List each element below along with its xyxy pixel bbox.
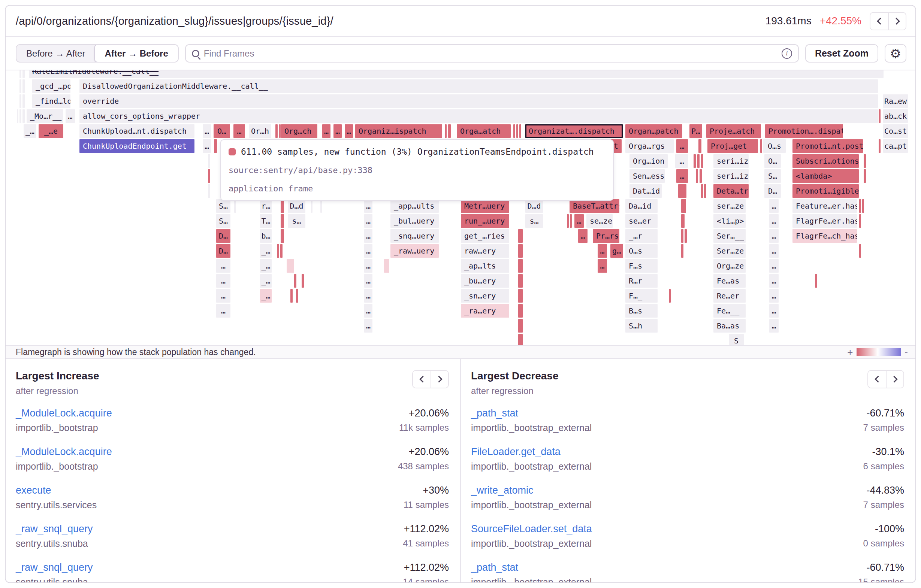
- flame-frame[interactable]: [698, 139, 701, 153]
- flame-frame[interactable]: [294, 274, 296, 288]
- flame-frame[interactable]: S: [729, 334, 744, 345]
- flame-frame[interactable]: F…s: [625, 259, 657, 273]
- flame-frame[interactable]: FlagrFe…er.has: [792, 214, 857, 228]
- flame-frame[interactable]: FlagrFe…ch_has: [792, 229, 857, 243]
- flame-frame[interactable]: …: [364, 229, 373, 243]
- flame-frame[interactable]: T…: [260, 214, 272, 228]
- flame-frame[interactable]: Promoti…nt.post: [792, 139, 863, 153]
- flame-frame[interactable]: [23, 80, 25, 93]
- flame-frame[interactable]: …: [364, 199, 373, 213]
- flame-frame[interactable]: RateLimitMiddleware.__call__: [29, 70, 884, 78]
- search-input[interactable]: [204, 48, 777, 59]
- flame-frame[interactable]: [518, 289, 523, 303]
- flame-frame[interactable]: seri…ize: [713, 154, 749, 168]
- flame-frame[interactable]: <lambda>: [792, 169, 859, 183]
- flame-frame[interactable]: ChunkUpload…nt.dispatch: [80, 124, 194, 138]
- flame-frame[interactable]: [879, 109, 880, 123]
- flame-frame[interactable]: …: [769, 319, 779, 333]
- flame-frame[interactable]: [20, 94, 21, 108]
- function-link[interactable]: _write_atomic: [471, 485, 592, 496]
- flame-frame[interactable]: Feature…er.has: [792, 199, 857, 213]
- flame-frame[interactable]: _…r: [625, 229, 657, 243]
- flame-frame[interactable]: [286, 259, 294, 273]
- flame-frame[interactable]: [859, 244, 861, 258]
- flame-frame[interactable]: …: [574, 214, 584, 228]
- flame-frame[interactable]: [815, 274, 817, 288]
- flame-frame[interactable]: [281, 214, 284, 228]
- flame-frame[interactable]: [519, 124, 521, 138]
- flame-frame[interactable]: get_…ries: [461, 229, 509, 243]
- flame-frame[interactable]: [859, 214, 861, 228]
- flame-frame[interactable]: _Mo…r__: [27, 109, 63, 123]
- flame-frame[interactable]: D…: [765, 184, 781, 198]
- flame-frame[interactable]: Organiz…ispatch: [355, 124, 442, 138]
- flame-frame[interactable]: [693, 154, 696, 168]
- flame-frame[interactable]: S…h: [625, 319, 657, 333]
- flame-frame[interactable]: …: [216, 259, 230, 273]
- flame-frame[interactable]: …: [203, 124, 211, 138]
- flame-frame[interactable]: <li…p>: [713, 214, 746, 228]
- flame-frame[interactable]: [23, 70, 25, 78]
- flame-frame[interactable]: Proje…atch: [706, 124, 761, 138]
- flame-frame[interactable]: _ra…ery: [461, 304, 509, 318]
- flame-frame[interactable]: [678, 184, 687, 198]
- flame-frame[interactable]: [513, 124, 515, 138]
- flame-frame[interactable]: Subscri…otions: [792, 154, 859, 168]
- flame-frame[interactable]: D…d: [525, 199, 543, 213]
- flame-frame[interactable]: …: [676, 139, 688, 153]
- flame-frame[interactable]: _…: [260, 274, 272, 288]
- flame-frame[interactable]: Ra…ew: [883, 94, 908, 108]
- flame-frame[interactable]: [275, 124, 278, 138]
- flame-frame[interactable]: _bul…uery: [391, 214, 439, 228]
- flame-frame[interactable]: …: [676, 169, 688, 183]
- flame-frame[interactable]: [208, 154, 210, 168]
- flame-frame[interactable]: …: [578, 229, 587, 243]
- flame-frame[interactable]: g…: [610, 244, 623, 258]
- flame-frame[interactable]: …: [364, 214, 373, 228]
- reset-zoom-button[interactable]: Reset Zoom: [805, 44, 878, 63]
- function-link[interactable]: _ModuleLock.acquire: [16, 408, 112, 419]
- flame-frame[interactable]: O…s: [763, 139, 786, 153]
- flame-frame[interactable]: Sen…ess: [630, 169, 665, 183]
- flame-frame[interactable]: …: [216, 274, 230, 288]
- flame-frame[interactable]: Dat…id: [630, 184, 662, 198]
- flame-frame[interactable]: [681, 229, 683, 243]
- increase-prev-button[interactable]: [413, 371, 431, 388]
- flame-frame[interactable]: O…s: [625, 244, 657, 258]
- flame-frame[interactable]: override: [80, 94, 878, 108]
- flame-frame[interactable]: [445, 124, 447, 138]
- flame-frame[interactable]: allow_cors_options_wrapper: [80, 109, 878, 123]
- flame-frame[interactable]: se…er: [625, 214, 657, 228]
- segment-after-before[interactable]: After → Before: [94, 44, 178, 63]
- flame-frame[interactable]: Metr…uery: [461, 199, 509, 213]
- flame-frame[interactable]: Org…ion: [630, 154, 668, 168]
- flame-frame[interactable]: [862, 199, 864, 213]
- flame-frame[interactable]: [518, 259, 523, 273]
- flame-frame[interactable]: Re…er: [713, 289, 746, 303]
- flame-frame[interactable]: …: [233, 124, 245, 138]
- flame-frame[interactable]: Org…ze: [713, 259, 746, 273]
- flame-frame[interactable]: …: [675, 154, 688, 168]
- find-frames-search[interactable]: i: [185, 44, 799, 63]
- flame-frame[interactable]: [681, 199, 686, 213]
- flame-frame[interactable]: [17, 109, 18, 123]
- flame-frame[interactable]: B…s: [625, 304, 657, 318]
- flame-frame[interactable]: …: [216, 304, 230, 318]
- flame-frame[interactable]: r…: [260, 199, 272, 213]
- flame-frame[interactable]: Pr…rs: [593, 229, 619, 243]
- flame-frame[interactable]: [23, 109, 25, 123]
- flame-frame[interactable]: [864, 154, 866, 168]
- flame-frame[interactable]: [518, 274, 523, 288]
- flame-frame[interactable]: Organizat….dispatch: [525, 124, 623, 138]
- flame-frame[interactable]: S…: [216, 214, 230, 228]
- flame-frame[interactable]: [214, 139, 217, 153]
- flame-frame[interactable]: F…_: [625, 289, 657, 303]
- function-link[interactable]: FileLoader.get_data: [471, 446, 592, 458]
- flame-frame[interactable]: [859, 199, 861, 213]
- flame-frame[interactable]: O…: [213, 124, 230, 138]
- flame-frame[interactable]: [279, 124, 281, 138]
- flame-frame[interactable]: [280, 244, 283, 258]
- flame-frame[interactable]: ChunkUploadEndpoint.get: [80, 139, 194, 153]
- flame-frame[interactable]: _…: [260, 259, 272, 273]
- flame-frame[interactable]: [290, 289, 293, 303]
